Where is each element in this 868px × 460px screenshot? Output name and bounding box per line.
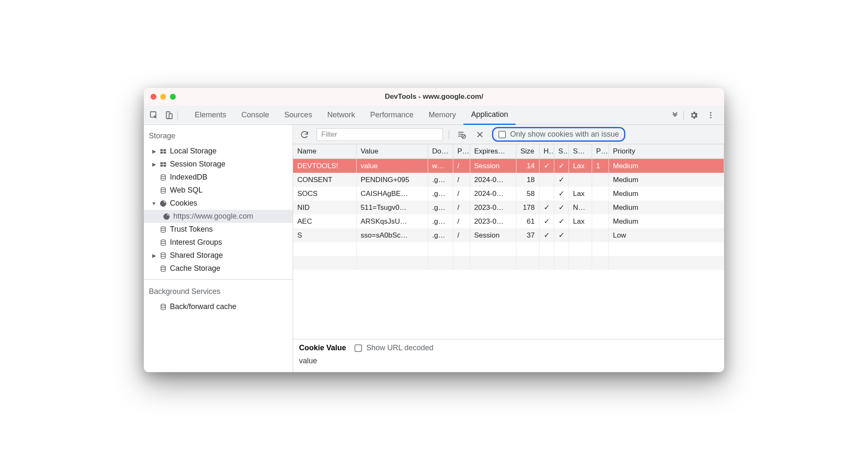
clear-all-icon[interactable] <box>455 128 468 141</box>
tab-memory[interactable]: Memory <box>421 106 463 125</box>
table-row-empty <box>293 242 724 256</box>
cell-http <box>539 187 554 201</box>
cell-path: / <box>453 173 470 187</box>
delete-selected-icon[interactable] <box>474 128 486 141</box>
cell-value: value <box>356 159 428 173</box>
divider <box>144 279 293 280</box>
table-row[interactable]: DEVTOOLS!valueww…/Session14✓✓Lax1Medium <box>293 159 724 173</box>
kebab-menu-icon[interactable] <box>704 108 717 122</box>
tab-network[interactable]: Network <box>320 106 363 125</box>
cell-priority: Medium <box>609 201 724 214</box>
sidebar-item-indexeddb[interactable]: IndexedDB <box>144 171 293 184</box>
cell-domain: .go… <box>428 201 453 214</box>
sidebar-item-label: Web SQL <box>170 186 203 195</box>
cell-party <box>592 187 609 201</box>
cell-party: 1 <box>592 159 609 173</box>
cell-size: 14 <box>516 159 539 173</box>
column-header[interactable]: Name <box>293 144 356 159</box>
column-header[interactable]: Do… <box>428 144 453 159</box>
cell-value: PENDING+095 <box>356 173 428 187</box>
sidebar-item-cache-storage[interactable]: Cache Storage <box>144 262 293 275</box>
table-row[interactable]: Ssso=sA0bSc….go…/Session37✓✓Low <box>293 228 724 242</box>
sidebar-item-local-storage[interactable]: ▶Local Storage <box>144 145 293 158</box>
sidebar-item-web-sql[interactable]: Web SQL <box>144 184 293 197</box>
column-header[interactable]: Sa… <box>569 144 592 159</box>
url-decoded-label: Show URL decoded <box>366 344 433 352</box>
column-header[interactable]: Size <box>516 144 539 159</box>
cell-party <box>592 214 609 228</box>
svg-rect-10 <box>160 162 163 164</box>
tab-performance[interactable]: Performance <box>363 106 421 125</box>
inspect-element-icon[interactable] <box>147 108 161 122</box>
table-row[interactable]: NID511=Tsugv0….go…/2023-0…178✓✓No…Medium <box>293 201 724 214</box>
more-tabs-icon[interactable] <box>668 108 682 122</box>
cell-priority: Medium <box>609 159 724 173</box>
chevron-right-icon[interactable]: ▶ <box>151 148 156 154</box>
close-window-button[interactable] <box>151 94 156 100</box>
db-icon <box>159 173 167 182</box>
only-issues-toggle[interactable]: Only show cookies with an issue <box>492 127 625 142</box>
table-row[interactable]: AECARSKqsJsU….go…/2023-0…61✓✓LaxMedium <box>293 214 724 228</box>
cell-size: 61 <box>516 214 539 228</box>
cell-secure: ✓ <box>554 228 569 242</box>
column-header[interactable]: Expires… <box>470 144 516 159</box>
table-row[interactable]: CONSENTPENDING+095.go…/2024-0…18✓Medium <box>293 173 724 187</box>
cell-expires: 2023-0… <box>470 201 516 214</box>
cell-domain: .go… <box>428 214 453 228</box>
divider <box>177 111 178 120</box>
maximize-window-button[interactable] <box>170 94 176 100</box>
cell-path: / <box>453 187 470 201</box>
tab-elements[interactable]: Elements <box>187 106 234 125</box>
svg-rect-6 <box>160 149 163 151</box>
sidebar-item-label: Cache Storage <box>170 264 220 273</box>
tab-application[interactable]: Application <box>463 106 516 125</box>
settings-icon[interactable] <box>687 108 701 122</box>
cell-secure: ✓ <box>554 214 569 228</box>
column-header[interactable]: Priority <box>609 144 724 159</box>
column-header[interactable]: P… <box>453 144 470 159</box>
cell-http: ✓ <box>539 159 554 173</box>
cell-value: ARSKqsJsU… <box>356 214 428 228</box>
sidebar-item-session-storage[interactable]: ▶Session Storage <box>144 158 293 171</box>
cell-secure: ✓ <box>554 173 569 187</box>
column-header[interactable]: H. <box>539 144 554 159</box>
sidebar-item-back-forward-cache[interactable]: Back/forward cache <box>144 300 293 313</box>
filter-input[interactable] <box>317 128 443 141</box>
chevron-right-icon[interactable]: ▶ <box>151 161 156 167</box>
column-header[interactable]: P… <box>592 144 609 159</box>
svg-point-14 <box>161 174 166 177</box>
sidebar-item-interest-groups[interactable]: Interest Groups <box>144 236 293 249</box>
sidebar-item-cookies[interactable]: ▼Cookies <box>144 197 293 210</box>
cell-name: S <box>293 228 356 242</box>
minimize-window-button[interactable] <box>160 94 166 100</box>
sidebar-item-trust-tokens[interactable]: Trust Tokens <box>144 223 293 236</box>
cell-secure: ✓ <box>554 187 569 201</box>
devtools-tabbar: ElementsConsoleSourcesNetworkPerformance… <box>144 106 724 125</box>
url-decoded-toggle[interactable]: Show URL decoded <box>355 344 433 352</box>
cookie-value-label: Cookie Value <box>299 344 346 352</box>
cell-samesite: No… <box>569 201 592 214</box>
checkbox-icon[interactable] <box>498 131 506 138</box>
column-header[interactable]: S… <box>554 144 569 159</box>
tab-console[interactable]: Console <box>234 106 277 125</box>
refresh-icon[interactable] <box>298 128 311 141</box>
sidebar-item-shared-storage[interactable]: ▶Shared Storage <box>144 249 293 262</box>
chevron-right-icon[interactable]: ▶ <box>151 253 156 259</box>
cell-expires: 2024-0… <box>470 187 516 201</box>
table-icon <box>159 160 167 169</box>
cell-name: CONSENT <box>293 173 356 187</box>
chevron-down-icon[interactable]: ▼ <box>151 201 156 206</box>
checkbox-icon[interactable] <box>355 344 362 352</box>
table-row[interactable]: SOCSCAISHAgBE….go…/2024-0…58✓LaxMedium <box>293 187 724 201</box>
sidebar-section-header: Background Services <box>144 284 293 300</box>
tab-sources[interactable]: Sources <box>277 106 320 125</box>
sidebar-item-cookie-origin[interactable]: https://www.google.com <box>144 210 293 223</box>
device-toolbar-icon[interactable] <box>162 108 176 122</box>
cell-size: 58 <box>516 187 539 201</box>
cell-domain: .go… <box>428 228 453 242</box>
cell-expires: Session <box>470 228 516 242</box>
cell-name: SOCS <box>293 187 356 201</box>
cookies-panel: Only show cookies with an issue NameValu… <box>293 125 724 372</box>
sidebar-item-label: Interest Groups <box>170 238 222 247</box>
column-header[interactable]: Value <box>356 144 428 159</box>
